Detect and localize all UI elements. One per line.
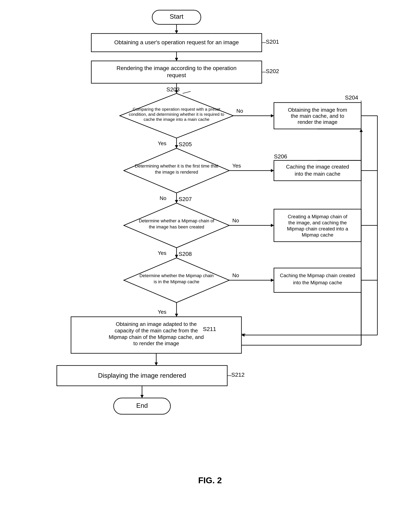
s201-step: S201 bbox=[266, 38, 279, 45]
s203-label-line3: cache the image into a main cache bbox=[144, 117, 210, 122]
s209-label-line4: Mipmap cache bbox=[302, 232, 333, 238]
start-label: Start bbox=[170, 13, 183, 20]
s202-step: S202 bbox=[266, 68, 279, 74]
s209-label-line2: the image, and caching the bbox=[288, 220, 347, 225]
s206-label-line2: into the main cache bbox=[295, 171, 340, 177]
s204-step: S204 bbox=[345, 95, 358, 101]
s205-label-line1: Determining whether it is the first time… bbox=[135, 164, 218, 169]
s212-step: S212 bbox=[231, 372, 245, 378]
s205-no-label: No bbox=[160, 195, 166, 201]
s204-label-line1: Obtaining the image from bbox=[288, 107, 347, 113]
s210-label-line1: Caching the Mipmap chain created bbox=[280, 273, 355, 278]
s202-label-line1: Rendering the image according to the ope… bbox=[117, 65, 237, 71]
s202-label-line2: request bbox=[167, 72, 186, 78]
s211-label-line1: Obtaining an image adapted to the bbox=[116, 321, 197, 327]
s204-label-line3: render the image bbox=[298, 119, 338, 125]
s208-no-label: No bbox=[232, 272, 239, 278]
s208-step: S208 bbox=[179, 251, 192, 257]
s205-label-line2: the image is rendered bbox=[155, 170, 198, 175]
s207-label-line2: the image has been created bbox=[149, 224, 204, 229]
s208-label-line2: is in the Mipmap cache bbox=[154, 279, 199, 284]
s201-label: Obtaining a user's operation request for… bbox=[114, 39, 239, 45]
end-label: End bbox=[136, 402, 148, 409]
s205-yes-label: Yes bbox=[232, 163, 241, 169]
s209-label-line3: Mipmap chain created into a bbox=[287, 226, 348, 232]
s203-yes-label: Yes bbox=[158, 140, 166, 146]
s211-step: S211 bbox=[203, 326, 216, 332]
s208-label-line1: Determine whether the Mipmap chain bbox=[139, 273, 214, 278]
s206-step: S206 bbox=[274, 153, 287, 160]
s206-label-line1: Caching the image created bbox=[286, 164, 349, 170]
s207-no-label: No bbox=[232, 217, 239, 224]
s208-yes-label: Yes bbox=[158, 309, 166, 315]
s207-label-line1: Determine whether a Mipmap chain of bbox=[139, 218, 215, 223]
s211-label-line4: to render the image bbox=[133, 340, 179, 347]
s211-label-line2: capacity of the main cache from the bbox=[115, 328, 198, 334]
fig-caption: FIG. 2 bbox=[198, 476, 222, 485]
svg-rect-22 bbox=[274, 160, 361, 181]
s209-label-line1: Creating a Mipmap chain of bbox=[288, 214, 347, 219]
flowchart-diagram: Start Obtaining a user's operation reque… bbox=[0, 0, 420, 505]
s211-label-line3: Mipmap chain of the Mipmap cache, and bbox=[109, 334, 204, 340]
s203-label-line2: condition, and determining whether it is… bbox=[129, 112, 224, 117]
s210-label-line2: into the Mipmap cache bbox=[293, 280, 342, 285]
s203-no-label: No bbox=[236, 108, 243, 114]
s204-label-line2: the main cache, and to bbox=[291, 113, 344, 119]
s207-yes-label: Yes bbox=[158, 250, 166, 256]
s203-label-line1: Comparing the operation request with a p… bbox=[133, 107, 220, 112]
s212-label: Displaying the image rendered bbox=[98, 372, 186, 379]
s203-step: S203 bbox=[166, 86, 179, 93]
s205-step: S205 bbox=[179, 141, 192, 147]
s207-step: S207 bbox=[179, 196, 192, 202]
